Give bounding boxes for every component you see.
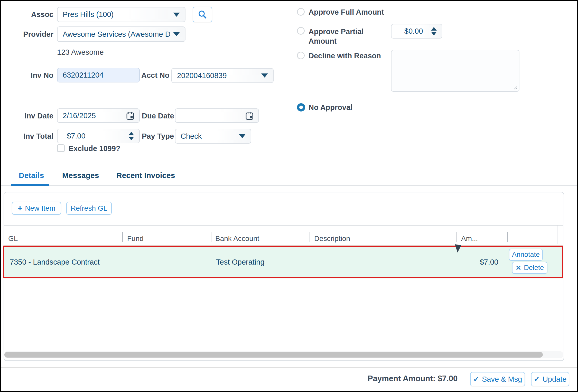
row-cell-bank-account[interactable]: Test Operating [216,258,265,266]
horizontal-scrollbar-thumb[interactable] [4,352,543,358]
calendar-icon[interactable] [126,111,134,120]
search-icon [198,10,207,20]
invoice-approval-window: Assoc Pres Hills (100) Provider Awesome … [0,0,578,392]
tab-messages[interactable]: Messages [62,171,99,180]
up-down-arrows-icon[interactable] [431,27,437,35]
col-divider[interactable] [507,232,508,242]
partial-amount-value: $0.00 [397,27,428,35]
tab-details[interactable]: Details [19,171,44,180]
new-item-label: New Item [25,204,55,212]
due-date-label: Due Date [142,112,174,120]
due-date-input[interactable] [175,108,259,123]
approve-partial-label: Approve Partial Amount [309,27,373,46]
no-approval-label: No Approval [309,104,352,111]
acct-no-value: 202004160839 [177,71,258,80]
x-icon: ✕ [516,264,521,272]
horizontal-scrollbar-track[interactable] [4,351,563,358]
exclude-1099-label: Exclude 1099? [69,145,120,153]
save-msg-label: Save & Msg [482,375,522,384]
tabs-divider [1,185,577,186]
new-item-button[interactable]: + New Item [12,202,61,215]
inv-total-stepper[interactable]: $7.00 [57,129,140,143]
grid-right-border [557,225,557,244]
pay-type-value: Check [181,132,236,141]
inv-no-value: 6320211204 [63,71,134,79]
inv-no-label: Inv No [1,71,53,79]
col-header-amount[interactable]: Am... [461,235,478,243]
inv-date-label: Inv Date [1,112,53,120]
col-header-fund[interactable]: Fund [127,235,144,243]
pay-type-dropdown[interactable]: Check [175,129,251,144]
assoc-label: Assoc [1,11,53,18]
resize-handle-icon[interactable] [512,85,517,90]
delete-label: Delete [524,264,544,272]
col-header-description[interactable]: Description [314,235,350,243]
plus-icon: + [18,203,23,213]
col-header-gl[interactable]: GL [8,235,18,243]
payment-amount-text: Payment Amount: $7.00 [368,374,458,383]
approve-full-radio[interactable] [297,8,305,16]
inv-no-input[interactable]: 6320211204 [57,68,140,82]
provider-value: Awesome Services (Awesome DBA) [63,30,170,39]
decline-reason-textarea[interactable] [391,50,519,92]
chevron-down-icon [173,13,180,17]
acct-no-label: Acct No [141,71,170,79]
col-divider[interactable] [456,232,457,242]
pay-type-label: Pay Type [142,132,174,140]
tab-recent-invoices[interactable]: Recent Invoices [116,171,175,180]
inv-total-value: $7.00 [63,132,125,140]
search-provider-button[interactable] [193,7,212,22]
acct-no-dropdown[interactable]: 202004160839 [171,68,274,83]
delete-button[interactable]: ✕ Delete [512,262,547,274]
exclude-1099-checkbox[interactable] [57,144,65,152]
check-icon: ✓ [473,375,479,384]
inv-date-value: 2/16/2025 [63,111,123,120]
annotate-label: Annotate [512,251,540,259]
decline-reason-label: Decline with Reason [309,52,381,60]
no-approval-radio[interactable] [297,103,305,111]
refresh-gl-label: Refresh GL [71,204,107,212]
provider-dropdown[interactable]: Awesome Services (Awesome DBA) [57,26,185,42]
check-icon: ✓ [534,375,540,384]
annotate-button[interactable]: Annotate [509,249,543,261]
row-cell-amount[interactable]: $7.00 [461,258,498,266]
col-header-bank-account[interactable]: Bank Account [215,235,259,243]
calendar-icon[interactable] [246,111,253,120]
provider-label: Provider [1,30,53,38]
col-divider[interactable] [310,232,310,242]
chevron-down-icon [239,134,246,138]
chevron-down-icon [173,32,180,36]
update-button[interactable]: ✓ Update [531,372,569,386]
chevron-down-icon [261,73,268,78]
update-label: Update [543,375,567,384]
refresh-gl-button[interactable]: Refresh GL [66,202,112,215]
inv-total-label: Inv Total [1,132,53,140]
footer-divider [1,367,577,368]
header-bottom-border [4,244,557,244]
partial-amount-stepper[interactable]: $0.00 [391,24,442,39]
save-msg-button[interactable]: ✓ Save & Msg [470,372,525,386]
approve-full-label: Approve Full Amount [309,8,384,16]
inv-date-input[interactable]: 2/16/2025 [57,108,140,123]
grid-top-border [4,225,563,226]
decline-reason-radio[interactable] [297,52,305,59]
assoc-dropdown[interactable]: Pres Hills (100) [57,7,185,22]
col-divider[interactable] [211,232,211,242]
row-cell-gl[interactable]: 7350 - Landscape Contract [10,258,100,266]
col-divider[interactable] [122,232,123,242]
provider-address: 123 Awesome [57,48,104,57]
assoc-value: Pres Hills (100) [63,10,170,19]
up-down-arrows-icon[interactable] [128,132,134,140]
active-tab-underline [11,184,49,186]
approve-partial-radio[interactable] [297,27,305,35]
